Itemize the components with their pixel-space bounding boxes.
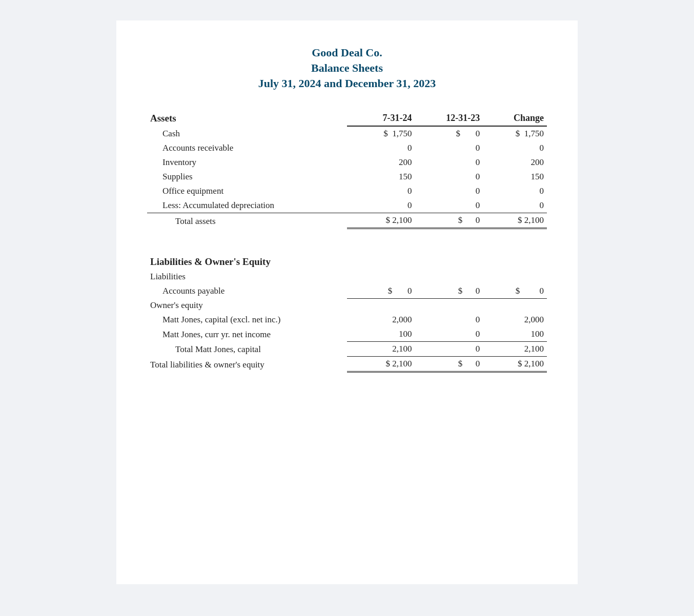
accounts-receivable-label: Accounts receivable bbox=[147, 141, 347, 155]
balance-sheet-page: Good Deal Co. Balance Sheets July 31, 20… bbox=[116, 20, 578, 584]
liabilities-subheader-row: Liabilities bbox=[147, 270, 547, 284]
liabilities-section-header: Liabilities & Owner's Equity bbox=[147, 254, 547, 270]
mj-ni-ch: 100 bbox=[483, 327, 547, 342]
cash-row: Cash $ 1,750 $ 0 $ 1,750 bbox=[147, 126, 547, 141]
total-mj-ch: 2,100 bbox=[483, 342, 547, 357]
accumulated-depreciation-row: Less: Accumulated depreciation 0 0 0 bbox=[147, 198, 547, 213]
office-equipment-label: Office equipment bbox=[147, 184, 347, 198]
total-mj-d2: 0 bbox=[415, 342, 483, 357]
liabilities-section-header-row: Liabilities & Owner's Equity bbox=[147, 254, 547, 270]
change-header: Change bbox=[483, 111, 547, 126]
cash-d2: $ 0 bbox=[415, 126, 483, 141]
oe-d1: 0 bbox=[347, 184, 415, 198]
ap-d2: $ 0 bbox=[415, 284, 483, 299]
inv-d1: 200 bbox=[347, 155, 415, 170]
total-assets-ch: $ 2,100 bbox=[483, 213, 547, 229]
company-name: Good Deal Co. bbox=[147, 46, 547, 59]
total-assets-d2: $ 0 bbox=[415, 213, 483, 229]
office-equipment-row: Office equipment 0 0 0 bbox=[147, 184, 547, 198]
supplies-label: Supplies bbox=[147, 170, 347, 184]
owners-equity-subheader-row: Owner's equity bbox=[147, 298, 547, 313]
inv-ch: 200 bbox=[483, 155, 547, 170]
ar-ch: 0 bbox=[483, 141, 547, 155]
total-liab-equity-label: Total liabilities & owner's equity bbox=[147, 357, 347, 372]
sup-d2: 0 bbox=[415, 170, 483, 184]
cash-ch: $ 1,750 bbox=[483, 126, 547, 141]
ar-d2: 0 bbox=[415, 141, 483, 155]
accounts-payable-label: Accounts payable bbox=[147, 284, 347, 299]
mj-ni-d1: 100 bbox=[347, 327, 415, 342]
ap-d1: $ 0 bbox=[347, 284, 415, 299]
mj-cap-d2: 0 bbox=[415, 313, 483, 327]
accum-dep-label: Less: Accumulated depreciation bbox=[147, 198, 347, 213]
mj-cap-d1: 2,000 bbox=[347, 313, 415, 327]
ar-d1: 0 bbox=[347, 141, 415, 155]
owners-equity-subheader: Owner's equity bbox=[147, 298, 347, 313]
balance-sheet-table: Assets 7-31-24 12-31-23 Change Cash $ 1,… bbox=[147, 111, 547, 373]
sup-d1: 150 bbox=[347, 170, 415, 184]
ap-ch: $ 0 bbox=[483, 284, 547, 299]
inventory-label: Inventory bbox=[147, 155, 347, 170]
report-title: Balance Sheets bbox=[147, 61, 547, 75]
inventory-row: Inventory 200 0 200 bbox=[147, 155, 547, 170]
mj-capital-label: Matt Jones, capital (excl. net inc.) bbox=[147, 313, 347, 327]
total-mj-capital-row: Total Matt Jones, capital 2,100 0 2,100 bbox=[147, 342, 547, 357]
mj-netincome-row: Matt Jones, curr yr. net income 100 0 10… bbox=[147, 327, 547, 342]
assets-section-header: Assets bbox=[147, 111, 347, 126]
cash-d1: $ 1,750 bbox=[347, 126, 415, 141]
mj-cap-ch: 2,000 bbox=[483, 313, 547, 327]
cash-label: Cash bbox=[147, 126, 347, 141]
oe-ch: 0 bbox=[483, 184, 547, 198]
ad-d1: 0 bbox=[347, 198, 415, 213]
total-liab-equity-row: Total liabilities & owner's equity $ 2,1… bbox=[147, 357, 547, 372]
spacer-1 bbox=[147, 229, 547, 254]
oe-d2: 0 bbox=[415, 184, 483, 198]
report-header: Good Deal Co. Balance Sheets July 31, 20… bbox=[147, 46, 547, 90]
report-period: July 31, 2024 and December 31, 2023 bbox=[147, 77, 547, 90]
mj-capital-row: Matt Jones, capital (excl. net inc.) 2,0… bbox=[147, 313, 547, 327]
sup-ch: 150 bbox=[483, 170, 547, 184]
total-assets-label: Total assets bbox=[147, 213, 347, 229]
total-liab-d1: $ 2,100 bbox=[347, 357, 415, 372]
column-header-row: Assets 7-31-24 12-31-23 Change bbox=[147, 111, 547, 126]
ad-ch: 0 bbox=[483, 198, 547, 213]
accounts-receivable-row: Accounts receivable 0 0 0 bbox=[147, 141, 547, 155]
total-liab-ch: $ 2,100 bbox=[483, 357, 547, 372]
date1-header: 7-31-24 bbox=[347, 111, 415, 126]
liabilities-subheader: Liabilities bbox=[147, 270, 347, 284]
total-mj-d1: 2,100 bbox=[347, 342, 415, 357]
mj-netincome-label: Matt Jones, curr yr. net income bbox=[147, 327, 347, 342]
total-mj-capital-label: Total Matt Jones, capital bbox=[147, 342, 347, 357]
total-assets-row: Total assets $ 2,100 $ 0 $ 2,100 bbox=[147, 213, 547, 229]
total-liab-d2: $ 0 bbox=[415, 357, 483, 372]
inv-d2: 0 bbox=[415, 155, 483, 170]
supplies-row: Supplies 150 0 150 bbox=[147, 170, 547, 184]
accounts-payable-row: Accounts payable $ 0 $ 0 $ 0 bbox=[147, 284, 547, 299]
date2-header: 12-31-23 bbox=[415, 111, 483, 126]
mj-ni-d2: 0 bbox=[415, 327, 483, 342]
ad-d2: 0 bbox=[415, 198, 483, 213]
total-assets-d1: $ 2,100 bbox=[347, 213, 415, 229]
